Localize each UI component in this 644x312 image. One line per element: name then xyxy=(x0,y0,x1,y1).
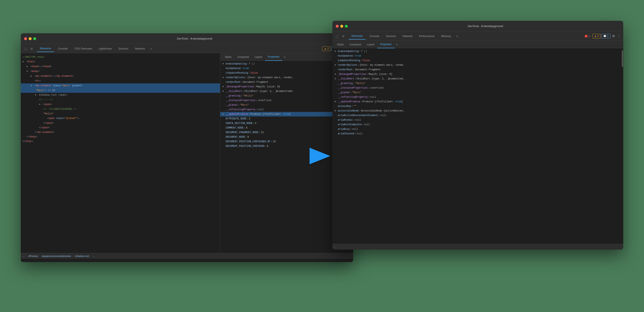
inspect-icon-front[interactable]: ⬚ xyxy=(334,33,340,39)
settings-icon-front[interactable]: ⚙ xyxy=(611,33,616,39)
sub-tab-computed-back[interactable]: Computed xyxy=(234,53,252,61)
my-element2-expand[interactable]: ▼ xyxy=(31,84,33,88)
props-content-front[interactable]: ► enableUpdating : f () ► hasUpdated : t… xyxy=(332,48,622,244)
tab-sources-back[interactable]: Sources xyxy=(116,45,131,52)
expand-icon[interactable]: ► xyxy=(223,62,226,66)
traffic-lights-back xyxy=(24,37,36,40)
span-expand[interactable]: ▼ xyxy=(39,103,42,107)
prop-ariaChecked-front[interactable]: ► ariaChecked : null xyxy=(332,131,622,136)
main-content-back: <!DOCTYPE html> ▼ <html> ► <head>…</head… xyxy=(21,53,353,253)
expand-icon[interactable]: ► xyxy=(335,63,338,67)
prop-instanceProperties-front[interactable]: ► __instanceProperties : undefined xyxy=(332,86,622,90)
breadcrumb-dpreview[interactable]: dPreview xyxy=(28,255,38,257)
prop-ariaActiveDescendant-front[interactable]: ► ariaActiveDescendantElement : null xyxy=(332,113,622,118)
expand-icon[interactable]: ► xyxy=(335,77,338,81)
prop-enableUpdating-front[interactable]: ► enableUpdating : f () xyxy=(332,49,622,54)
tab-network-back[interactable]: Network xyxy=(132,45,148,52)
prop-ariaAtomic-front[interactable]: ► ariaAtomic : null xyxy=(332,118,622,122)
sub-tab-styles-front[interactable]: Styles xyxy=(334,41,347,48)
warning-badge-back: ▲ 3 xyxy=(322,46,330,51)
prop-ariaBusy-front[interactable]: ► ariaBusy : null xyxy=(332,127,622,131)
toolbar-icons-front: ⬚ ⧄ xyxy=(334,33,346,39)
traffic-light-green[interactable] xyxy=(33,37,36,40)
prop-childPart-front[interactable]: ► __childPart : ChildPart {type: 2, _$co… xyxy=(332,77,622,81)
sub-tab-properties-front[interactable]: Properties xyxy=(377,41,394,48)
tab-css-overview-back[interactable]: CSS Overview xyxy=(72,45,95,52)
tab-lighthouse-back[interactable]: Lighthouse xyxy=(96,45,115,52)
expand-icon[interactable]: ► xyxy=(223,89,226,93)
sub-tab-properties-back[interactable]: Properties xyxy=(265,53,282,61)
dom-panel-back: <!DOCTYPE html> ▼ <html> ► <head>…</head… xyxy=(21,53,220,253)
traffic-light-green-front[interactable] xyxy=(345,25,348,28)
tab-memory-front[interactable]: Memory xyxy=(438,33,454,40)
props-scroll-area-front: ► enableUpdating : f () ► hasUpdated : t… xyxy=(332,48,623,244)
prop-greeting-front[interactable]: ► __greeting : "Hello" xyxy=(332,81,622,86)
dom-line-my-element2[interactable]: ▼ <my-element class="mars" planet= xyxy=(21,83,220,88)
prop-isUpdatePending-front[interactable]: ► isUpdatePending : false xyxy=(332,58,622,63)
expand-icon[interactable]: ► xyxy=(335,49,338,53)
traffic-light-yellow[interactable] xyxy=(29,37,32,40)
prop-accessibleNode-front[interactable]: ► accessibleNode : AccessibleNode {activ… xyxy=(332,109,622,113)
window-title-front: DevTools - lit.dev/playground/ xyxy=(351,25,620,28)
tab-elements-front[interactable]: Elements xyxy=(348,33,366,40)
expand-icon[interactable]: ► xyxy=(335,109,338,113)
traffic-lights-front xyxy=(336,25,348,28)
prop-reflectingProperty-front[interactable]: ► __reflectingProperty : null xyxy=(332,95,622,99)
prop-hasUpdated-front[interactable]: ► hasUpdated : true xyxy=(332,54,622,58)
tab-sources-front[interactable]: Sources xyxy=(383,33,399,40)
dom-line-close-span1: </span> xyxy=(21,121,220,125)
tab-performance-front[interactable]: Performance xyxy=(416,33,437,40)
bottom-bar-front: ... xyxy=(332,244,623,250)
expand-icon[interactable]: ► xyxy=(223,112,226,116)
dom-line-shadow-root: ▼ #shadow-root (open) xyxy=(21,93,220,98)
breadcrumb-end[interactable]: ... xyxy=(93,255,95,257)
sub-tab-layout-back[interactable]: Layout xyxy=(252,53,265,61)
more-tabs-front[interactable]: » xyxy=(455,34,460,39)
scrollbar-front[interactable] xyxy=(622,48,623,244)
scrollbar-thumb-front[interactable] xyxy=(622,50,623,67)
warning-badge-front: ▲ 3 xyxy=(592,34,600,39)
traffic-light-red[interactable] xyxy=(24,37,27,40)
expand-icon[interactable]: ► xyxy=(223,76,226,80)
more-tabs-back[interactable]: » xyxy=(148,46,153,51)
more-icon-front[interactable]: ⋮ xyxy=(616,33,622,39)
sub-tab-layout-front[interactable]: Layout xyxy=(364,41,377,48)
dom-tree-back[interactable]: <!DOCTYPE html> ▼ <html> ► <head>…</head… xyxy=(21,53,220,253)
breadcrumb-preview[interactable]: playground-preview#preview xyxy=(42,255,71,257)
my-element1-expand[interactable]: ► xyxy=(31,74,33,78)
sub-tab-computed-front[interactable]: Computed xyxy=(347,41,364,48)
dom-line-my-element2-cont: "Mars"> == $0 xyxy=(21,88,220,93)
device-icon-front[interactable]: ⧄ xyxy=(340,33,346,39)
device-icon[interactable]: ⧄ xyxy=(29,46,34,52)
dom-line-body: ▼ <body> xyxy=(21,69,220,74)
tab-console-front[interactable]: Console xyxy=(366,33,382,40)
toolbar-icons-back: ⬚ ⧄ xyxy=(22,46,34,52)
devtools-window-back: DevTools - lit.dev/playground/ ⬚ ⧄ Eleme… xyxy=(21,33,353,262)
prop-renderRoot-front[interactable]: ► renderRoot : document-fragment xyxy=(332,67,622,72)
tab-network-front[interactable]: Network xyxy=(400,33,416,40)
traffic-light-red-front[interactable] xyxy=(336,25,338,28)
shadow-root-expand[interactable]: ▼ xyxy=(35,93,38,97)
expand-icon[interactable]: ► xyxy=(223,85,226,89)
prop-renderOptions-front[interactable]: ► renderOptions : {host: my-element.mars… xyxy=(332,63,622,67)
expand-icon[interactable]: ► xyxy=(335,72,338,76)
body-expand[interactable]: ▼ xyxy=(26,69,29,74)
tab-console-back[interactable]: Console xyxy=(55,45,71,52)
sub-more-front[interactable]: » xyxy=(394,42,399,47)
prop-ariaAutoComplete-front[interactable]: ► ariaAutoComplete : null xyxy=(332,122,622,127)
sub-more-back[interactable]: » xyxy=(282,55,287,59)
traffic-light-yellow-front[interactable] xyxy=(340,25,343,28)
breadcrumb-dots[interactable]: ... xyxy=(22,255,24,257)
expand-icon[interactable]: ► xyxy=(335,100,338,104)
inspect-icon[interactable]: ⬚ xyxy=(22,46,28,52)
prop-accessKey-front[interactable]: ► accessKey : "" xyxy=(332,104,622,109)
prop-planet-front[interactable]: ► __planet : "Mars" xyxy=(332,90,622,95)
prop-updatePromise-front[interactable]: ► __updatePromise : Promise {<fulfilled>… xyxy=(332,99,622,104)
prop-changedProperties-front[interactable]: ► _$changedProperties : Map(0) {size: 0} xyxy=(332,72,622,77)
html-expand[interactable]: ▼ xyxy=(22,60,25,64)
tab-elements-back[interactable]: Elements xyxy=(37,45,54,52)
sub-tab-styles-back[interactable]: Styles xyxy=(222,53,234,61)
dom-line-span: ▼ <span> xyxy=(21,102,220,107)
breadcrumb-shadow[interactable]: #shadow-root xyxy=(75,255,89,257)
head-expand[interactable]: ► xyxy=(26,65,29,69)
